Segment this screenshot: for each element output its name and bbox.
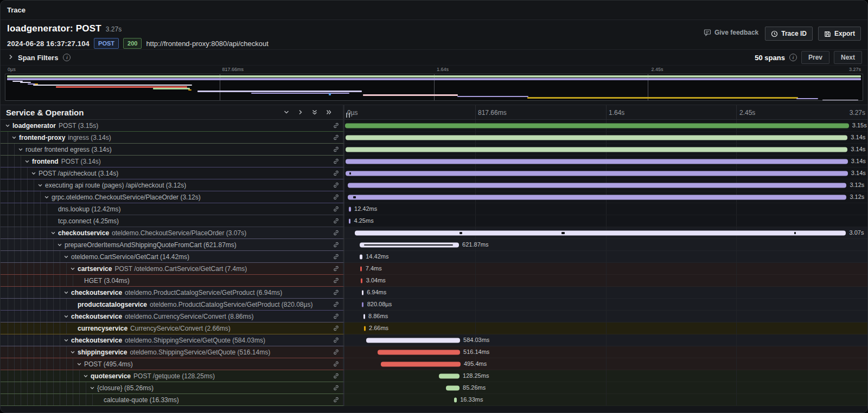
span-link-icon[interactable] xyxy=(329,372,343,379)
span-timeline-cell[interactable]: 128.25ms xyxy=(344,370,867,382)
next-button[interactable]: Next xyxy=(834,51,862,64)
span-row-label-cell[interactable]: productcatalogservice oteldemo.ProductCa… xyxy=(1,299,344,311)
row-expander-icon[interactable] xyxy=(63,314,71,319)
span-row[interactable]: router frontend egress (3.14s) 3.14s xyxy=(1,144,867,156)
span-bar[interactable] xyxy=(348,183,847,188)
span-row-label-cell[interactable]: grpc.oteldemo.CheckoutService/PlaceOrder… xyxy=(1,191,344,203)
expand-one-icon[interactable] xyxy=(297,109,304,115)
span-row-label-cell[interactable]: HGET (3.04ms) xyxy=(1,275,344,287)
span-row[interactable]: currencyservice CurrencyService/Convert … xyxy=(1,322,867,334)
span-row-label-cell[interactable]: frontend-proxy ingress (3.14s) xyxy=(1,132,344,144)
span-timeline-cell[interactable]: 2.66ms xyxy=(344,322,867,334)
span-row-label-cell[interactable]: prepareOrderItemsAndShippingQuoteFromCar… xyxy=(1,239,344,251)
span-row[interactable]: checkoutservice oteldemo.ProductCatalogS… xyxy=(1,287,867,299)
span-link-icon[interactable] xyxy=(329,217,343,224)
span-link-icon[interactable] xyxy=(329,193,343,201)
span-timeline-cell[interactable]: 6.94ms xyxy=(344,287,867,299)
span-bar[interactable] xyxy=(362,290,363,295)
minimap-canvas[interactable] xyxy=(5,74,863,101)
span-row-label-cell[interactable]: router frontend egress (3.14s) xyxy=(1,144,344,156)
span-timeline-cell[interactable]: 85.26ms xyxy=(344,382,867,394)
collapse-all-icon[interactable] xyxy=(311,109,318,115)
span-row-label-cell[interactable]: {closure} (85.26ms) xyxy=(1,382,344,394)
span-row[interactable]: executing api route (pages) /api/checkou… xyxy=(1,179,867,191)
row-expander-icon[interactable] xyxy=(70,350,78,355)
row-expander-icon[interactable] xyxy=(63,290,71,295)
span-row[interactable]: frontend POST (3.14s) 3.14s xyxy=(1,156,867,167)
span-row[interactable]: prepareOrderItemsAndShippingQuoteFromCar… xyxy=(1,239,867,251)
span-bar[interactable] xyxy=(362,302,363,307)
span-row[interactable]: dns.lookup (12.42ms) 12.42ms xyxy=(1,203,867,215)
span-bar[interactable] xyxy=(355,230,846,235)
span-link-icon[interactable] xyxy=(329,360,343,367)
span-bar[interactable] xyxy=(349,218,350,223)
span-bar[interactable] xyxy=(348,195,847,199)
span-row-label-cell[interactable]: currencyservice CurrencyService/Convert … xyxy=(1,322,344,334)
prev-button[interactable]: Prev xyxy=(801,51,829,64)
span-link-icon[interactable] xyxy=(329,205,343,212)
span-link-icon[interactable] xyxy=(329,337,343,344)
span-link-icon[interactable] xyxy=(329,146,343,153)
span-timeline-cell[interactable]: 3.07s xyxy=(344,227,867,239)
row-expander-icon[interactable] xyxy=(76,362,84,367)
span-row[interactable]: tcp.connect (4.25ms) 4.25ms xyxy=(1,215,867,227)
row-expander-icon[interactable] xyxy=(44,195,52,200)
row-expander-icon[interactable] xyxy=(63,338,71,343)
span-link-icon[interactable] xyxy=(329,253,343,260)
span-row-label-cell[interactable]: checkoutservice oteldemo.ProductCatalogS… xyxy=(1,287,344,299)
span-timeline-cell[interactable]: 3.14s xyxy=(344,144,867,156)
span-timeline-cell[interactable]: 7.4ms xyxy=(344,263,867,275)
span-bar[interactable] xyxy=(381,362,461,366)
row-expander-icon[interactable] xyxy=(31,171,39,176)
span-timeline-cell[interactable]: 12.42ms xyxy=(344,203,867,215)
span-row[interactable]: checkoutservice oteldemo.CurrencyService… xyxy=(1,311,867,322)
span-bar[interactable] xyxy=(363,314,365,319)
row-expander-icon[interactable] xyxy=(24,159,32,164)
span-row-label-cell[interactable]: shippingservice oteldemo.ShippingService… xyxy=(1,346,344,358)
span-row[interactable]: checkoutservice oteldemo.CheckoutService… xyxy=(1,227,867,239)
span-link-icon[interactable] xyxy=(329,241,343,248)
span-link-icon[interactable] xyxy=(329,158,343,165)
row-expander-icon[interactable] xyxy=(90,385,97,391)
span-timeline-cell[interactable]: 516.14ms xyxy=(344,346,867,358)
span-timeline-cell[interactable]: 14.42ms xyxy=(344,251,867,263)
row-expander-icon[interactable] xyxy=(63,254,71,260)
span-link-icon[interactable] xyxy=(329,170,343,177)
span-row[interactable]: productcatalogservice oteldemo.ProductCa… xyxy=(1,299,867,311)
span-row[interactable]: oteldemo.CartService/GetCart (14.42ms) 1… xyxy=(1,251,867,263)
row-expander-icon[interactable] xyxy=(11,135,19,140)
span-link-icon[interactable] xyxy=(329,289,343,296)
span-row[interactable]: HGET (3.04ms) 3.04ms xyxy=(1,275,867,287)
span-row[interactable]: {closure} (85.26ms) 85.26ms xyxy=(1,382,867,394)
span-row[interactable]: grpc.oteldemo.CheckoutService/PlaceOrder… xyxy=(1,191,867,203)
info-icon[interactable]: i xyxy=(789,54,797,61)
row-expander-icon[interactable] xyxy=(70,266,78,272)
span-row[interactable]: checkoutservice oteldemo.ShippingService… xyxy=(1,334,867,346)
span-bar[interactable] xyxy=(346,135,847,140)
span-row-label-cell[interactable]: checkoutservice oteldemo.CheckoutService… xyxy=(1,227,344,239)
span-link-icon[interactable] xyxy=(329,396,343,403)
span-timeline-cell[interactable]: 3.14s xyxy=(344,167,867,179)
span-row-label-cell[interactable]: frontend POST (3.14s) xyxy=(1,156,344,167)
span-row-label-cell[interactable]: quoteservice POST /getquote (128.25ms) xyxy=(1,370,344,382)
span-timeline-cell[interactable]: 3.14s xyxy=(344,132,867,144)
span-timeline-cell[interactable]: 4.25ms xyxy=(344,215,867,227)
span-row[interactable]: shippingservice oteldemo.ShippingService… xyxy=(1,346,867,358)
span-bar[interactable] xyxy=(446,385,459,390)
span-timeline-cell[interactable]: 621.87ms xyxy=(344,239,867,251)
span-filters-toggle[interactable]: Span Filters i xyxy=(8,54,71,62)
span-link-icon[interactable] xyxy=(329,325,343,332)
span-link-icon[interactable] xyxy=(329,134,343,141)
span-timeline-cell[interactable]: 820.08µs xyxy=(344,299,867,311)
span-bar[interactable] xyxy=(346,171,847,176)
span-link-icon[interactable] xyxy=(329,182,343,189)
span-row-label-cell[interactable]: loadgenerator POST (3.15s) xyxy=(1,120,344,132)
span-row[interactable]: frontend-proxy ingress (3.14s) 3.14s xyxy=(1,132,867,144)
span-timeline-cell[interactable]: 3.15s xyxy=(344,120,867,132)
span-timeline-cell[interactable]: 8.86ms xyxy=(344,311,867,322)
row-expander-icon[interactable] xyxy=(57,242,65,248)
span-row-label-cell[interactable]: dns.lookup (12.42ms) xyxy=(1,203,344,215)
export-button[interactable]: Export xyxy=(818,27,861,41)
span-bar[interactable] xyxy=(360,254,362,259)
row-expander-icon[interactable] xyxy=(50,230,58,236)
